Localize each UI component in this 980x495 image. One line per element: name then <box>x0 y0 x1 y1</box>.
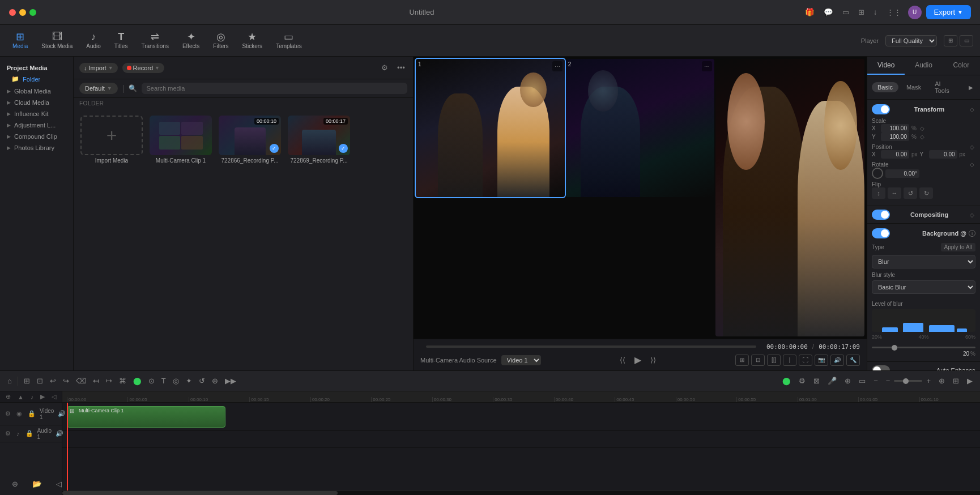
video-track-settings[interactable]: ⚙ <box>3 409 12 418</box>
screen1-menu[interactable]: ⋯ <box>552 61 563 71</box>
play-btn[interactable]: ▶ <box>632 353 644 367</box>
tl-mic-btn[interactable]: 🎤 <box>825 375 840 387</box>
tl-vol-btn[interactable]: − <box>871 375 881 387</box>
compositing-keyframe[interactable]: ◇ <box>969 211 975 218</box>
position-keyframe[interactable]: ◇ <box>969 143 975 150</box>
sidebar-item-adjustment[interactable]: ▶ Adjustment L... <box>0 120 73 131</box>
tl-overflow-btn[interactable]: ▶ <box>964 375 975 387</box>
recording1-item[interactable]: 00:00:10 ✓ 722866_Recording P... <box>219 116 281 164</box>
tl-record-btn[interactable]: ⊕ <box>842 375 854 387</box>
tl-text-btn[interactable]: T <box>159 375 169 387</box>
tl-home-btn[interactable]: ⌂ <box>5 375 15 387</box>
tl-left-vid-btn[interactable]: ▶ <box>39 392 46 401</box>
flip-horizontal-btn[interactable]: ↔ <box>888 187 901 199</box>
sidebar-item-photos-library[interactable]: ▶ Photos Library <box>0 142 73 153</box>
screenshot-icon[interactable]: 📷 <box>815 355 828 366</box>
view-single-btn[interactable]: ▭ <box>960 35 973 46</box>
tl-left-lock-btn[interactable]: ▲ <box>16 393 25 401</box>
quality-select[interactable]: Full Quality Half Quality <box>885 35 937 46</box>
pos-y-input[interactable] <box>929 150 957 159</box>
more-options-icon[interactable]: ••• <box>395 61 407 74</box>
flip-vertical-btn[interactable]: ↕ <box>872 187 885 199</box>
tool-transitions[interactable]: ⇌ Transitions <box>135 29 174 52</box>
level-slider[interactable] <box>872 347 975 348</box>
audio-source-select[interactable]: Video 1 Video 2 <box>501 355 541 365</box>
scrollbar-thumb[interactable] <box>62 491 338 495</box>
scale-y-input[interactable] <box>881 133 909 141</box>
compositing-toggle[interactable] <box>872 210 890 220</box>
tl-speed-btn[interactable]: ⊙ <box>146 375 157 387</box>
scale-x-keyframe[interactable]: ◇ <box>919 125 926 132</box>
export-button[interactable]: Export ▼ <box>926 5 971 19</box>
search-input[interactable] <box>142 83 407 94</box>
tl-left-collapse-btn[interactable]: ◁ <box>50 392 58 401</box>
grid-icon[interactable]: ⋮⋮ <box>884 6 904 19</box>
tab-video[interactable]: Video <box>867 57 905 75</box>
zoom-slider[interactable] <box>894 380 922 382</box>
tl-marker-btn[interactable]: ⊕ <box>936 375 948 387</box>
import-button[interactable]: ↓ Import ▼ <box>79 63 118 73</box>
sidebar-item-cloud-media[interactable]: ▶ Cloud Media <box>0 97 73 108</box>
flip-cw-btn[interactable]: ↻ <box>919 187 933 199</box>
view-grid-btn[interactable]: ⊞ <box>944 35 957 46</box>
progress-bar[interactable] <box>426 345 756 348</box>
layers-icon[interactable]: ⊞ <box>856 6 867 19</box>
tl-ripple-btn[interactable]: ⌘ <box>116 375 129 387</box>
flip-ccw-btn[interactable]: ↺ <box>904 187 917 199</box>
tool-titles[interactable]: T Titles <box>109 29 134 52</box>
tl-trim-start-btn[interactable]: ↤ <box>90 375 102 387</box>
tl-loop-btn[interactable]: ↺ <box>196 375 208 387</box>
background-toggle[interactable] <box>872 228 890 238</box>
rotate-dial[interactable] <box>872 168 883 179</box>
screen2-menu[interactable]: ⋯ <box>702 61 712 71</box>
rotate-keyframe[interactable]: ◇ <box>969 161 975 168</box>
video-track-lock[interactable]: 🔒 <box>26 409 37 418</box>
tl-effect-btn[interactable]: ✦ <box>183 375 195 387</box>
tl-settings-btn[interactable]: ⚙ <box>796 375 808 387</box>
tool-stock-media[interactable]: 🎞 Stock Media <box>36 29 78 52</box>
close-button[interactable] <box>9 9 16 16</box>
video-track-eye[interactable]: ◉ <box>15 409 24 418</box>
subtab-mask[interactable]: Mask <box>901 82 927 92</box>
tool-effects[interactable]: ✦ Effects <box>177 29 205 52</box>
filter-icon[interactable]: ⚙ <box>379 61 390 74</box>
recording2-item[interactable]: 00:00:17 ✓ 722869_Recording P... <box>288 116 350 164</box>
audio-track-settings[interactable]: ⚙ <box>3 429 12 438</box>
tl-stab-btn[interactable]: ⬤ <box>130 375 144 387</box>
chat-icon[interactable]: 💬 <box>821 6 836 19</box>
tl-undo-btn[interactable]: ↩ <box>47 375 59 387</box>
preview-screen-2[interactable]: 2 ⋯ <box>566 59 715 197</box>
tool-filters[interactable]: ◎ Filters <box>207 29 234 52</box>
sidebar-item-influence-kit[interactable]: ▶ Influence Kit <box>0 108 73 120</box>
tl-left-add-track[interactable]: ⊕ <box>4 392 12 401</box>
rotate-input[interactable] <box>885 169 919 178</box>
type-select[interactable]: Blur Color Image <box>872 255 975 268</box>
tl-grid-btn[interactable]: ⊞ <box>950 375 962 387</box>
preview-screen-3[interactable] <box>715 59 864 336</box>
skip-fwd-btn[interactable]: ⟩⟩ <box>647 354 659 366</box>
default-filter-btn[interactable]: Default ▼ <box>79 83 118 94</box>
tl-left-audio-btn[interactable]: ♪ <box>29 393 36 401</box>
wrench-icon[interactable]: 🔧 <box>846 355 860 366</box>
compare-icon[interactable]: [|] <box>767 355 781 366</box>
timeline-scrollbar[interactable] <box>62 490 980 495</box>
crop-icon[interactable]: ⊡ <box>751 355 765 366</box>
tl-snap-btn[interactable]: ⊠ <box>811 375 823 387</box>
import-media-thumb[interactable]: + <box>80 116 143 155</box>
minimize-button[interactable] <box>19 9 26 16</box>
sidebar-item-compound-clip[interactable]: ▶ Compound Clip <box>0 131 73 142</box>
tl-mark-btn[interactable]: ⊕ <box>209 375 221 387</box>
scale-x-input[interactable] <box>881 124 909 133</box>
tab-audio[interactable]: Audio <box>905 57 942 75</box>
subtab-expand-icon[interactable]: ▶ <box>966 82 975 93</box>
audio-track-eye[interactable]: ♪ <box>15 430 22 438</box>
auto-enhance-toggle[interactable] <box>872 365 890 370</box>
video-clip[interactable]: ⊞ Multi-Camera Clip 1 <box>67 406 225 428</box>
fullscreen-icon[interactable]: ⛶ <box>799 355 812 366</box>
gift-icon[interactable]: 🎁 <box>803 6 817 19</box>
speaker-icon[interactable]: 🔊 <box>830 355 844 366</box>
timeline-playhead[interactable] <box>67 403 68 490</box>
tool-templates[interactable]: ▭ Templates <box>270 29 308 52</box>
tl-redo-btn[interactable]: ↪ <box>60 375 72 387</box>
scale-y-keyframe[interactable]: ◇ <box>919 134 926 140</box>
